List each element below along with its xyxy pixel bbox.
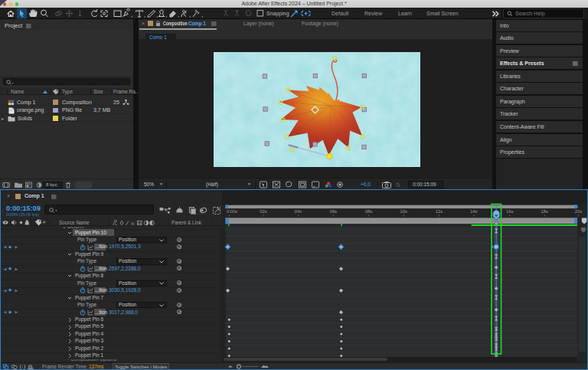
svg-text:06s: 06s <box>330 209 337 214</box>
svg-text:0:00s: 0:00s <box>227 209 237 214</box>
svg-text:04s: 04s <box>295 209 302 214</box>
svg-text:16s: 16s <box>506 209 513 214</box>
svg-text:20s: 20s <box>575 209 582 214</box>
svg-text:12s: 12s <box>436 209 443 214</box>
svg-text:18s: 18s <box>541 209 548 214</box>
svg-text:10s: 10s <box>400 209 407 214</box>
svg-text:02s: 02s <box>260 209 266 214</box>
svg-text:14s: 14s <box>470 209 477 214</box>
svg-text:08s: 08s <box>365 209 372 214</box>
